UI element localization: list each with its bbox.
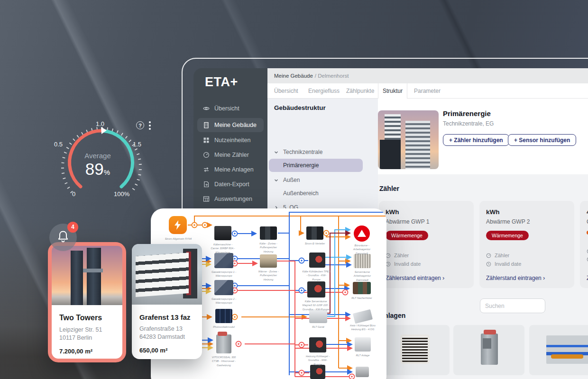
meta-label: Zähler	[394, 253, 409, 258]
swap-arrows-icon	[203, 166, 210, 173]
sidebar-item-label: Daten-Export	[214, 181, 249, 188]
electricity-source-icon[interactable]	[169, 216, 187, 234]
node-gaswaermepumpe-1[interactable]	[214, 253, 233, 268]
zaehlerstand-link[interactable]: Zählerstand eintragen ›	[386, 274, 444, 281]
sidebar-item-auswertungen[interactable]: Auswertungen	[197, 192, 264, 206]
building-card-grafenst[interactable]: Grafenst 13 faz Grafenstraße 13 64283 Da…	[132, 244, 202, 359]
bell-icon	[57, 230, 69, 244]
tree-item-technikzentrale[interactable]: Technikzentrale	[274, 149, 322, 155]
grid-icon	[203, 137, 210, 144]
zaehlerstand-link[interactable]: Zählerstand eintragen ›	[486, 274, 545, 281]
sidebar-item-uebersicht[interactable]: Übersicht	[197, 101, 264, 116]
node-bueroraeume-arbeitsagentur[interactable]	[354, 226, 370, 242]
node-photovoltaikmodul[interactable]	[215, 309, 232, 323]
node-vitocrossal-gasheizung[interactable]	[216, 334, 231, 353]
node-heizung-kuehlsegel-pumpe[interactable]	[309, 337, 326, 352]
node-label: Wärme - Zortea - Pufferspeicher Heizung	[249, 270, 287, 281]
tab-struktur[interactable]: Struktur	[378, 83, 407, 99]
chiller-photo	[400, 334, 430, 364]
node-bottom-geraet[interactable]	[356, 367, 369, 377]
meta-label: Invalid date	[495, 261, 521, 267]
sidebar-item-label: Übersicht	[214, 105, 239, 112]
sidebar-item-meine-anlagen[interactable]: Meine Anlagen	[197, 162, 264, 177]
node-bottom-pumpe[interactable]	[310, 365, 325, 379]
notification-count-badge: 4	[67, 222, 78, 233]
node-label: Kältemaschine - Carrier 30RBP 80A - Klim…	[204, 243, 242, 254]
detail-title: Primärenergie	[443, 109, 491, 117]
gauge-tick-left: 0.5	[54, 141, 63, 148]
node-kuehldecken-pumpe[interactable]	[309, 253, 325, 268]
node-serverraeume[interactable]	[354, 254, 371, 268]
grafenst-photo	[132, 244, 202, 305]
sidebar-item-meine-gebaeude[interactable]: Meine Gebäude	[197, 118, 264, 132]
gauge-tick-right: 1.5	[133, 141, 141, 148]
tree-item-label: Außen	[283, 177, 300, 183]
piping-photo	[546, 335, 588, 364]
card-unit: kWh	[386, 208, 467, 216]
gauge-tick-top: 1.0	[96, 120, 104, 127]
node-gaswaermepumpe-2[interactable]	[214, 280, 233, 295]
node-label: RLT Anlage	[344, 353, 382, 357]
tree-item-primaerenergie-selected[interactable]: Primärenergie	[269, 159, 363, 172]
notification-bell[interactable]: 4	[49, 222, 83, 253]
zaehler-card[interactable]: kWh Abwärme GWP 2 Wärmemenge Zähler Inva…	[479, 201, 574, 288]
meta-row: Invalid date	[386, 261, 467, 267]
node-label: VITOCROSSAL 300 CT3B - Vitocrossal - Gas…	[202, 355, 246, 367]
gauge-value: 89%	[47, 160, 148, 179]
sidebar-item-nutzeinheiten[interactable]: Nutzeinheiten	[197, 133, 264, 147]
tab-parameter[interactable]: Parameter	[414, 83, 441, 99]
file-export-icon	[203, 181, 210, 188]
waermemenge-badge: Wärmemenge	[486, 231, 529, 240]
meta-row: Zähler	[386, 253, 467, 258]
node-rlt-nacherhitzer[interactable]	[353, 282, 371, 294]
add-sensor-button[interactable]: + Sensor hinzufügen	[508, 134, 576, 146]
boiler-photo	[481, 334, 498, 365]
kebab-menu-icon[interactable]	[149, 121, 151, 131]
node-magna-pumpe[interactable]	[307, 281, 325, 298]
breadcrumb: Meine Gebäude / Delmenhorst	[267, 68, 588, 83]
sidebar-item-meine-zaehler[interactable]: Meine Zähler	[197, 148, 264, 162]
tree-item-aussenbereich[interactable]: Außenbereich	[274, 190, 319, 197]
zaehler-heading: Zähler	[379, 185, 399, 192]
breadcrumb-current: / Delmenhorst	[315, 73, 349, 79]
sidebar-item-label: Meine Zähler	[214, 152, 249, 158]
tab-energiefluss[interactable]: Energiefluss	[308, 83, 340, 99]
table-icon	[203, 196, 210, 202]
building-thumbnail-photo	[378, 110, 439, 169]
meta-label: Zähler	[495, 253, 509, 258]
building-card-two-towers[interactable]: Two Towers Leipziger Str. 51 10117 Berli…	[48, 242, 126, 362]
node-rlt-anlage[interactable]	[355, 337, 371, 352]
node-label: Photovoltaikmodul	[196, 325, 251, 329]
zaehler-card-partial[interactable]: 4 G Z	[580, 201, 588, 288]
gauge-needle	[101, 127, 107, 134]
sidebar-item-daten-export[interactable]: Daten-Export	[197, 177, 264, 191]
building-title: Grafenst 13 faz	[139, 313, 194, 321]
chevron-right-icon: ›	[543, 274, 545, 281]
node-rlt-geraet[interactable]	[309, 310, 327, 323]
anlage-card[interactable]	[453, 325, 524, 375]
detail-subtitle: Technikzentrale, EG	[443, 120, 494, 127]
anlage-card[interactable]	[379, 325, 450, 375]
tab-uebersicht[interactable]: Übersicht	[274, 83, 298, 99]
breadcrumb-root[interactable]: Meine Gebäude	[274, 73, 313, 79]
node-label: RLT Gerät	[299, 325, 337, 329]
node-waerme-pufferspeicher[interactable]	[260, 254, 277, 268]
node-kaeltemaschine[interactable]	[214, 226, 231, 240]
anlagen-search-input[interactable]	[480, 298, 545, 313]
meta-row: Invalid date	[486, 261, 568, 267]
chevron-down-icon	[274, 178, 278, 182]
tree-item-aussen[interactable]: Außen	[274, 177, 300, 183]
building-street: Grafenstraße 13	[139, 325, 194, 333]
meta-row: Zähler	[486, 253, 568, 258]
zaehler-card[interactable]: kWh Abwärme GWP 1 Wärmemenge Zähler Inva…	[379, 201, 474, 288]
chevron-right-icon: ›	[442, 274, 444, 281]
add-zaehler-button[interactable]: + Zähler hinzufügen	[443, 134, 509, 146]
node-strom-e-verteiler[interactable]	[306, 226, 323, 240]
node-kaelte-pufferspeicher[interactable]	[260, 226, 277, 240]
anlage-card[interactable]	[529, 325, 588, 375]
sidebar-item-label: Meine Anlagen	[214, 166, 254, 173]
tab-zaehlpunkte[interactable]: Zählpunkte	[346, 83, 374, 99]
waermemenge-badge: Wärmemenge	[386, 231, 428, 240]
help-icon[interactable]: ?	[136, 121, 144, 129]
chevron-down-icon	[274, 150, 278, 154]
